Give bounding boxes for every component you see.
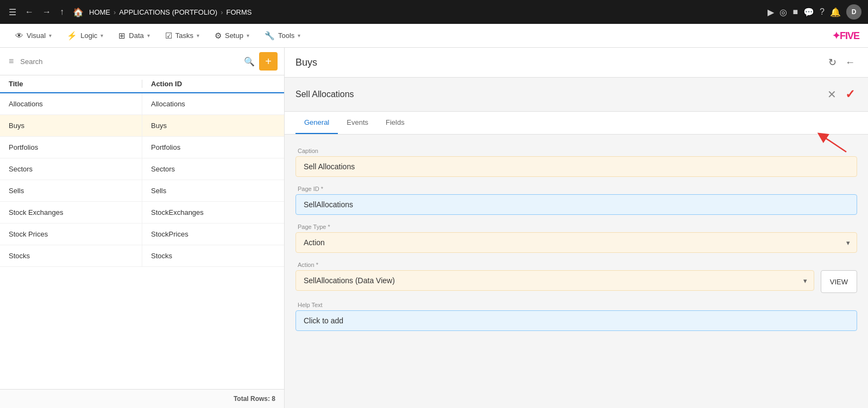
table-row[interactable]: Stocks Stocks	[0, 245, 284, 267]
nav-logic[interactable]: ⚡ Logic ▾	[60, 28, 110, 44]
nav-logic-label: Logic	[80, 31, 97, 40]
close-button[interactable]: ✕	[825, 86, 839, 103]
cell-action-id: Stocks	[142, 245, 284, 266]
save-check-button[interactable]: ✓	[843, 85, 857, 104]
table-footer: Total Rows: 8	[0, 389, 284, 408]
nav-tasks-label: Tasks	[175, 31, 193, 40]
stop-icon[interactable]: ■	[792, 7, 798, 17]
tasks-icon: ☑	[165, 31, 172, 41]
nav-bar: 👁 Visual ▾ ⚡ Logic ▾ ⊞ Data ▾ ☑ Tasks ▾ …	[0, 24, 868, 48]
table-row[interactable]: Stock Prices StockPrices	[0, 224, 284, 245]
table-row[interactable]: Buys Buys	[0, 115, 284, 137]
nav-tools[interactable]: 🔧 Tools ▾	[258, 28, 307, 44]
breadcrumb-home[interactable]: HOME	[89, 8, 110, 16]
nav-setup[interactable]: ⚙ Setup ▾	[208, 28, 256, 44]
page-id-input[interactable]	[295, 194, 857, 215]
cell-action-id: Allocations	[142, 93, 284, 114]
form-title: Sell Allocations	[295, 90, 354, 99]
form-header: Sell Allocations ✕ ✓	[285, 78, 868, 112]
cell-action-id: Buys	[142, 115, 284, 136]
search-magnify-icon[interactable]: 🔍	[244, 56, 255, 67]
search-input[interactable]	[20, 58, 240, 66]
menu-icon[interactable]: ☰	[7, 5, 18, 20]
top-bar-left: ☰ ← → ↑ 🏠 HOME › APPLICATIONS (PORTFOLIO…	[7, 5, 763, 20]
help-icon[interactable]: ?	[820, 7, 825, 17]
nav-tasks[interactable]: ☑ Tasks ▾	[159, 28, 206, 44]
help-text-field: Help Text	[295, 302, 857, 331]
tools-icon: 🔧	[265, 31, 275, 41]
tab-general[interactable]: General	[295, 112, 338, 134]
breadcrumb-forms[interactable]: FORMS	[227, 8, 252, 16]
panel-title: Buys	[295, 57, 317, 68]
avatar[interactable]: D	[846, 4, 861, 20]
caption-label: Caption	[295, 148, 857, 154]
table-row[interactable]: Allocations Allocations	[0, 93, 284, 115]
view-button[interactable]: VIEW	[821, 270, 857, 293]
table-header: Title Action ID	[0, 75, 284, 93]
page-type-select-container: Action Form List Grid ▾	[295, 232, 857, 253]
action-select[interactable]: SellAllocations (Data View)	[296, 271, 803, 290]
cell-title: Stock Exchanges	[0, 202, 142, 223]
tab-fields[interactable]: Fields	[377, 112, 413, 134]
page-type-caret: ▾	[846, 239, 857, 247]
back-icon[interactable]: ←	[23, 5, 36, 19]
cell-title: Buys	[0, 115, 142, 136]
breadcrumb-sep-2: ›	[221, 8, 223, 16]
breadcrumb-portfolio[interactable]: APPLICATIONS (PORTFOLIO)	[119, 8, 217, 16]
nav-tools-label: Tools	[278, 31, 294, 40]
table-row[interactable]: Sectors Sectors	[0, 158, 284, 180]
table-body: Allocations Allocations Buys Buys Portfo…	[0, 93, 284, 389]
nav-visual-label: Visual	[27, 31, 46, 40]
refresh-icon-btn[interactable]: ↻	[826, 54, 839, 71]
back-arrow-icon-btn[interactable]: ←	[843, 55, 857, 71]
visual-icon: 👁	[15, 31, 23, 40]
tab-events[interactable]: Events	[338, 112, 377, 134]
data-icon: ⊞	[118, 31, 125, 41]
up-icon[interactable]: ↑	[58, 5, 66, 19]
table-row[interactable]: Portfolios Portfolios	[0, 137, 284, 158]
table-row[interactable]: Sells Sells	[0, 180, 284, 202]
breadcrumb: 🏠 HOME › APPLICATIONS (PORTFOLIO) › FORM…	[71, 5, 251, 20]
setup-icon: ⚙	[215, 31, 222, 41]
cell-action-id: StockExchanges	[142, 202, 284, 223]
nav-data[interactable]: ⊞ Data ▾	[112, 28, 156, 44]
page-type-select[interactable]: Action Form List Grid	[296, 233, 846, 252]
breadcrumb-sep-1: ›	[114, 8, 116, 16]
action-select-container: SellAllocations (Data View) ▾	[295, 270, 814, 291]
five-logo-container: ✦FIVE	[832, 30, 859, 42]
filter-icon: ≡	[7, 54, 16, 68]
five-logo: ✦FIVE	[832, 30, 859, 41]
logic-icon: ⚡	[67, 31, 77, 41]
page-id-label: Page ID *	[295, 186, 857, 192]
table-row[interactable]: Stock Exchanges StockExchanges	[0, 202, 284, 224]
cell-title: Sells	[0, 180, 142, 201]
tools-caret: ▾	[298, 33, 300, 39]
left-panel: ≡ 🔍 + Title Action ID Allocations Alloca…	[0, 48, 285, 408]
help-text-label: Help Text	[295, 302, 857, 308]
help-text-input[interactable]	[295, 310, 857, 331]
page-id-field: Page ID *	[295, 186, 857, 215]
add-button[interactable]: +	[259, 52, 278, 71]
cell-title: Stocks	[0, 245, 142, 266]
cell-title: Allocations	[0, 93, 142, 114]
chat-icon[interactable]: 💬	[803, 7, 814, 17]
top-bar: ☰ ← → ↑ 🏠 HOME › APPLICATIONS (PORTFOLIO…	[0, 0, 868, 24]
main-layout: ≡ 🔍 + Title Action ID Allocations Alloca…	[0, 48, 868, 408]
caption-input[interactable]	[295, 156, 857, 177]
cell-title: Sectors	[0, 158, 142, 180]
page-type-label: Page Type *	[295, 224, 857, 230]
panel-header-actions: ↻ ←	[826, 54, 857, 71]
search-icon[interactable]: ◎	[779, 7, 787, 17]
forward-icon[interactable]: →	[40, 5, 53, 19]
notifications-icon[interactable]: 🔔	[830, 7, 841, 17]
data-caret: ▾	[147, 33, 150, 39]
play-icon[interactable]: ▶	[768, 7, 774, 17]
nav-visual[interactable]: 👁 Visual ▾	[9, 28, 58, 43]
form-content: Caption Page ID * Page Type * Action For…	[285, 135, 868, 344]
search-bar: ≡ 🔍 +	[0, 48, 284, 75]
col-title-header: Title	[0, 80, 142, 88]
page-type-field: Page Type * Action Form List Grid ▾	[295, 224, 857, 253]
nav-data-label: Data	[129, 31, 143, 40]
action-field: Action * SellAllocations (Data View) ▾	[295, 262, 814, 291]
action-caret: ▾	[803, 277, 814, 285]
